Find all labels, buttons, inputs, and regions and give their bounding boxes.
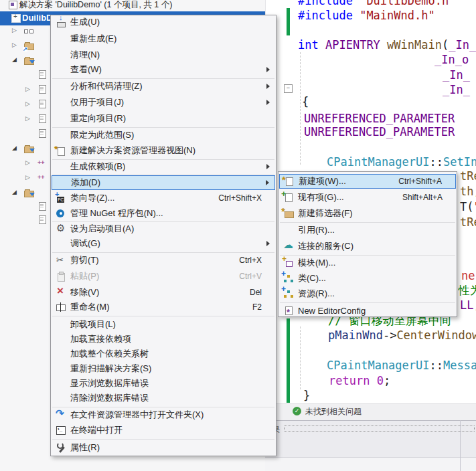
cpp-icon: ++	[37, 173, 47, 181]
context-menu-item[interactable]: 移除(V)Del	[52, 285, 275, 300]
context-menu-item[interactable]: 清除浏览数据库错误	[52, 391, 275, 405]
changed-lines-gutter	[287, 318, 290, 403]
add-submenu-item[interactable]: 现有项(G)...Shift+Alt+A	[279, 190, 456, 205]
context-menu-item[interactable]: 查看(W)	[52, 62, 275, 77]
add-submenu-item[interactable]: 资源(R)...	[279, 286, 456, 301]
code-line: return 0;	[329, 374, 390, 387]
context-menu-item[interactable]: 清理(N)	[52, 48, 275, 62]
panel-focus-row[interactable]	[284, 426, 475, 432]
collapse-arrow-icon[interactable]: ◢	[12, 189, 17, 195]
context-menu-item[interactable]: 重定向项目(R)	[52, 111, 275, 126]
menu-item-label: 连接的服务(C)	[298, 240, 353, 252]
expand-arrow-icon[interactable]: ▷	[25, 174, 30, 181]
context-menu-item[interactable]: 设为启动项目(A)	[52, 221, 275, 236]
add-submenu-item[interactable]: 新建筛选器(F)	[279, 206, 456, 221]
menu-item-shortcut: F2	[252, 302, 274, 312]
code-line: #include "DuilibDemo.h"	[298, 0, 455, 7]
code-text	[319, 38, 325, 52]
expand-arrow-icon[interactable]: ▷	[25, 100, 30, 107]
gear-icon-slot	[53, 223, 70, 234]
code-line: LL,	[460, 298, 476, 312]
expand-arrow-icon[interactable]: ▷	[25, 86, 30, 92]
context-menu-item[interactable]: 属性(R)	[52, 440, 275, 455]
menu-item-label: 在文件资源管理器中打开文件夹(X)	[70, 409, 204, 421]
expand-arrow-icon[interactable]: ▷	[25, 115, 30, 122]
code-text: ,	[473, 298, 476, 312]
code-line: _In_	[443, 68, 470, 82]
icon-slot	[53, 130, 70, 140]
code-line: _In_o	[434, 53, 469, 66]
class-icon	[283, 273, 294, 284]
vs-window: 解决方案 'DuilibDemo' (1 个项目, 共 1 个) DuilibD…	[0, 0, 476, 471]
collapse-arrow-icon[interactable]: ◢	[12, 56, 17, 63]
menu-item-label: 新建筛选器(F)	[298, 207, 353, 219]
icon-slot	[53, 393, 70, 403]
menu-separator	[52, 316, 274, 316]
context-menu-item[interactable]: 在文件资源管理器中打开文件夹(X)	[52, 407, 275, 422]
menu-item-label: 添加(D)	[71, 177, 100, 189]
menu-item-label: 资源(R)...	[298, 288, 335, 300]
submenu-arrow-icon	[266, 180, 269, 185]
collapse-arrow-icon[interactable]: ◢	[12, 145, 17, 151]
add-submenu-item[interactable]: 引用(R)...	[279, 223, 456, 238]
newfilter-icon-slot	[281, 208, 298, 219]
module-icon-slot	[281, 258, 298, 268]
fold-icon	[24, 58, 34, 65]
editorconfig-icon-slot	[281, 305, 298, 316]
context-menu-item[interactable]: 生成依赖项(B)	[52, 159, 275, 174]
code-line: {	[302, 95, 309, 108]
context-menu-item[interactable]: 粘贴(P)Ctrl+V	[52, 269, 275, 284]
context-menu-item[interactable]: 重新扫描解决方案(S)	[52, 361, 275, 376]
context-menu-item[interactable]: 加载整个依赖关系树	[52, 347, 275, 361]
no-issues-check-icon: ✓	[293, 407, 301, 415]
expand-arrow-icon[interactable]: ▷	[12, 41, 17, 48]
code-line: tRe	[460, 215, 476, 229]
expand-arrow-icon[interactable]: ▷	[12, 27, 17, 33]
context-menu-item[interactable]: 显示浏览数据库错误	[52, 376, 275, 391]
context-menu-item[interactable]: 分析和代码清理(Z)	[52, 79, 275, 94]
expand-arrow-icon[interactable]: ▷	[25, 159, 30, 166]
context-menu-item[interactable]: 限定为此范围(S)	[52, 128, 275, 143]
menu-item-label: 查看(W)	[70, 64, 102, 76]
add-submenu-item[interactable]: 新建项(W)...Ctrl+Shift+A	[279, 174, 456, 189]
icon-slot	[53, 319, 70, 330]
context-menu-item[interactable]: 加载直接依赖项	[52, 332, 275, 347]
context-menu-item[interactable]: 重新生成(E)	[52, 31, 275, 46]
solution-row[interactable]: 解决方案 'DuilibDemo' (1 个项目, 共 1 个)	[0, 0, 265, 11]
context-menu-item[interactable]: 重命名(M)F2	[52, 300, 275, 314]
no-issues-text: 未找到相关问题	[305, 406, 362, 417]
submenu-arrow-icon	[266, 241, 270, 246]
menu-item-label: 移除(V)	[70, 286, 99, 298]
add-submenu-item[interactable]: 连接的服务(C)	[279, 239, 456, 254]
code-text	[380, 38, 387, 52]
code-line: UNREFERENCED_PARAMETER	[304, 125, 455, 138]
context-menu-item[interactable]: 卸载项目(L)	[52, 317, 275, 332]
code-line: _In_	[443, 83, 470, 96]
context-menu-item[interactable]: 生成(U)	[52, 15, 275, 29]
wrench-icon	[56, 442, 66, 453]
context-menu-item[interactable]: 新建解决方案资源管理器视图(N)	[52, 143, 275, 158]
add-submenu-item[interactable]: 模块(M)...	[279, 256, 456, 270]
context-menu-item[interactable]: 添加(D)	[52, 175, 275, 190]
code-line: }	[303, 389, 310, 402]
code-fold-toggle[interactable]: −	[284, 84, 293, 93]
context-menu-item[interactable]: 在终端中打开	[52, 423, 275, 438]
menu-item-label: 属性(R)	[70, 442, 100, 454]
add-submenu: 新建项(W)...Ctrl+Shift+A现有项(G)...Shift+Alt+…	[278, 171, 457, 317]
file-icon	[39, 85, 46, 94]
add-submenu-item[interactable]: 类(C)...	[279, 271, 456, 286]
add-submenu-item[interactable]: New EditorConfig	[279, 303, 456, 318]
code-text: (	[442, 38, 449, 52]
context-menu-item[interactable]: 剪切(T)Ctrl+X	[52, 253, 275, 268]
menu-item-label: 生成依赖项(B)	[70, 161, 125, 173]
menu-item-label: 新建解决方案资源管理器视图(N)	[70, 145, 195, 157]
context-menu-item[interactable]: 管理 NuGet 程序包(N)...	[52, 206, 275, 221]
icon-slot	[54, 177, 71, 188]
code-text	[353, 0, 360, 7]
context-menu-item[interactable]: 类向导(Z)...Ctrl+Shift+X	[52, 191, 275, 205]
gear-icon	[56, 223, 66, 234]
resource-icon	[283, 288, 294, 299]
cloud-icon	[283, 241, 294, 252]
context-menu-item[interactable]: 仅用于项目(J)	[52, 95, 275, 110]
context-menu-item[interactable]: 调试(G)	[52, 236, 275, 251]
